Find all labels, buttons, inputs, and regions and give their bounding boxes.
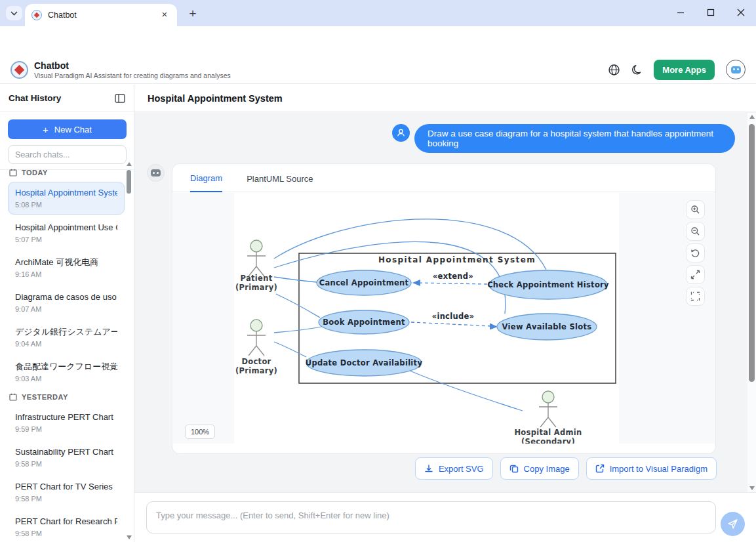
zoom-in-button[interactable]: [686, 200, 705, 219]
diagram-canvas: Hospital Appointment System Cancel Appoi…: [234, 193, 619, 444]
vp-favicon: [31, 10, 42, 20]
main-area: Hospital Appointment System Draw a use c…: [134, 85, 756, 542]
person-icon: [396, 128, 406, 138]
export-svg-button[interactable]: Export SVG: [415, 457, 493, 480]
diagram-tabs: Diagram PlantUML Source: [172, 164, 715, 192]
zoom-out-icon: [690, 226, 700, 236]
actor-name: Patient: [241, 274, 273, 283]
new-chat-label: New Chat: [54, 125, 92, 135]
scrollbar-thumb[interactable]: [749, 124, 755, 382]
actor-role: (Primary): [235, 366, 277, 375]
chat-history-item[interactable]: 食品配達ワークフロー視覚化 9:03 AM: [8, 356, 125, 388]
send-button[interactable]: [721, 512, 745, 536]
diagram-actions: Export SVG Copy Image Import to Visual P…: [415, 457, 717, 480]
user-message-bubble: Draw a use case diagram for a hospital s…: [414, 124, 735, 153]
fullscreen-brackets-icon: [690, 291, 700, 301]
main-scrollbar[interactable]: [747, 113, 756, 492]
scroll-up-arrow[interactable]: [127, 162, 132, 166]
chat-history-item[interactable]: PERT Chart for TV Series 9:58 PM: [8, 476, 125, 509]
diagram-viewport[interactable]: Hospital Appointment System Cancel Appoi…: [173, 193, 715, 444]
expand-arrows-icon: [690, 270, 700, 280]
system-title: Hospital Appointment System: [378, 255, 536, 264]
main-header: Hospital Appointment System: [134, 85, 756, 112]
section-header-yesterday: YESTERDAY: [9, 393, 123, 401]
tab-plantuml-source[interactable]: PlantUML Source: [247, 174, 313, 192]
assistant-avatar: [147, 164, 165, 182]
diagram-zoom-controls: [686, 200, 705, 306]
copy-icon: [509, 464, 519, 473]
actor-name: Doctor: [241, 357, 271, 366]
sidebar-scrollbar[interactable]: [126, 162, 132, 541]
chat-history-item[interactable]: ArchiMate 可视化电商 9:16 AM: [8, 251, 125, 284]
plus-icon: +: [43, 124, 49, 135]
app-subtitle: Visual Paradigm AI Assistant for creatin…: [34, 72, 231, 79]
calendar-icon: [9, 393, 17, 401]
use-case-label: Check Appointment History: [487, 280, 609, 289]
message-input[interactable]: [146, 501, 716, 533]
close-icon: [737, 9, 745, 16]
download-icon: [424, 464, 433, 473]
chat-history-item[interactable]: PERT Chart for Research Proj... 9:58 PM: [8, 511, 125, 542]
more-apps-button[interactable]: More Apps: [654, 60, 715, 80]
reset-view-button[interactable]: [686, 243, 705, 262]
diagram-card: Diagram PlantUML Source: [172, 163, 716, 454]
tab-close-icon[interactable]: ×: [159, 9, 170, 21]
app-titles: Chatbot Visual Paradigm AI Assistant for…: [34, 60, 231, 79]
actor-role: (Secondary): [521, 437, 575, 444]
browser-window: Chatbot × + ai-toolbox.visual-paradigm.c…: [0, 0, 756, 542]
minimize-icon: [677, 9, 685, 16]
scroll-up-arrow[interactable]: [749, 115, 755, 119]
scroll-down-arrow[interactable]: [749, 486, 755, 490]
chevron-down-icon: [10, 11, 18, 16]
chat-history-item[interactable]: Hospital Appointment Use C... 5:07 PM: [8, 217, 125, 249]
use-case-diagram: Hospital Appointment System Cancel Appoi…: [234, 193, 619, 444]
chat-history-item[interactable]: Diagrama de casos de uso bi... 9:07 AM: [8, 286, 125, 319]
chatbot-avatar-icon[interactable]: [726, 60, 746, 79]
rotate-ccw-icon: [690, 248, 700, 258]
chat-history-item[interactable]: Hospital Appointment System 5:08 PM: [8, 182, 125, 215]
sidebar-title: Chat History: [9, 93, 61, 103]
external-link-icon: [595, 464, 605, 473]
chat-history-item[interactable]: Infrastructure PERT Chart 9:59 PM: [8, 406, 125, 439]
calendar-icon: [9, 169, 17, 177]
use-case-label: Update Doctor Availability: [306, 358, 423, 367]
chat-history-item[interactable]: Sustainability PERT Chart 9:58 PM: [8, 441, 125, 474]
fullscreen-button[interactable]: [686, 287, 705, 306]
window-close-button[interactable]: [726, 0, 756, 25]
chat-history-item[interactable]: デジタル銀行システムアーキ... 9:04 AM: [8, 321, 125, 354]
zoom-out-button[interactable]: [686, 222, 705, 241]
collapse-panel-icon[interactable]: [115, 94, 125, 103]
use-case-label: Book Appointment: [323, 318, 405, 327]
zoom-level-badge: 100%: [185, 425, 215, 439]
window-minimize-button[interactable]: [666, 0, 696, 25]
use-case-label: Cancel Appointment: [319, 278, 409, 287]
scrollbar-thumb[interactable]: [127, 170, 131, 194]
extend-stereotype: «extend»: [433, 272, 473, 281]
dark-mode-moon-icon[interactable]: [631, 64, 643, 75]
browser-tabstrip: Chatbot × +: [0, 0, 756, 26]
app-header: Chatbot Visual Paradigm AI Assistant for…: [0, 56, 756, 84]
language-globe-icon[interactable]: [608, 64, 620, 76]
chat-area: Draw a use case diagram for a hospital s…: [134, 113, 756, 492]
use-case-label: View Available Slots: [502, 322, 592, 331]
new-tab-button[interactable]: +: [185, 6, 201, 22]
actor-name: Hospital Admin: [514, 428, 582, 437]
actor-role: (Primary): [235, 283, 277, 292]
user-avatar: [392, 124, 410, 142]
tab-search-button[interactable]: [6, 6, 22, 20]
new-chat-button[interactable]: + New Chat: [8, 119, 127, 139]
fit-to-screen-button[interactable]: [686, 265, 705, 284]
copy-image-button[interactable]: Copy Image: [500, 457, 579, 480]
window-maximize-button[interactable]: [696, 0, 726, 25]
maximize-icon: [707, 9, 715, 16]
scroll-down-arrow[interactable]: [127, 535, 132, 539]
browser-tab[interactable]: Chatbot ×: [25, 4, 177, 26]
import-to-visual-paradigm-button[interactable]: Import to Visual Paradigm: [586, 457, 717, 480]
section-header-today: TODAY: [9, 169, 123, 177]
send-plane-icon: [727, 518, 738, 530]
tab-title: Chatbot: [48, 10, 159, 20]
zoom-in-icon: [690, 205, 700, 215]
tab-diagram[interactable]: Diagram: [190, 173, 222, 192]
app-logo: [10, 61, 28, 79]
sidebar: Chat History + New Chat TODAY Hospital A…: [0, 85, 134, 542]
